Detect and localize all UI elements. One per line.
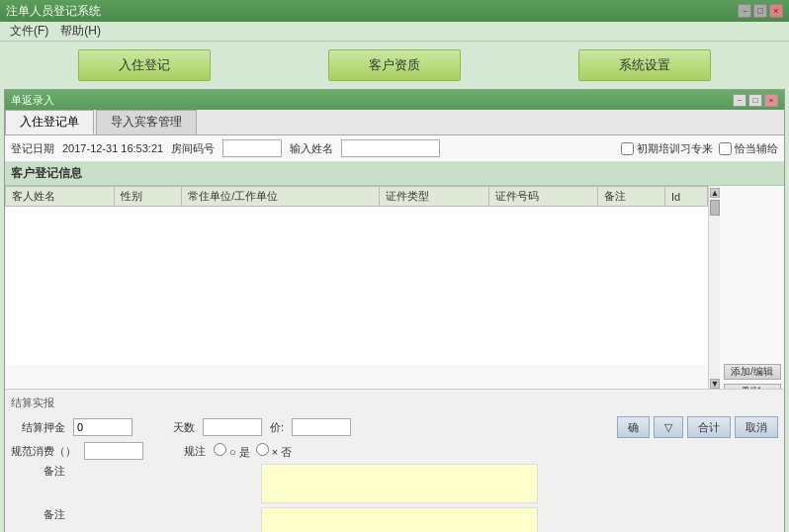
form-row-discount: 规范消费（） 规注 ○ 是 × 否 <box>11 442 778 460</box>
table-container: 客人姓名 性别 常住单位/工作单位 证件类型 证件号码 备注 Id <box>5 186 708 389</box>
menu-file[interactable]: 文件(F) <box>4 23 54 40</box>
confirm-button[interactable]: 确 <box>617 416 650 438</box>
col-idno: 证件号码 <box>488 187 597 207</box>
content-area: 登记日期 2017-12-31 16:53:21 房间码号 输入姓名 初期培训习… <box>5 135 784 532</box>
title-bar-buttons: － □ × <box>738 4 783 18</box>
tab-bar: 入住登记单 导入宾客管理 <box>5 110 784 135</box>
sub-title-bar: 单返录入 － □ × <box>5 90 784 110</box>
add-edit-button[interactable]: 添加/编辑 <box>724 364 781 380</box>
sub-minimize[interactable]: － <box>733 94 746 107</box>
note-input[interactable] <box>261 464 538 503</box>
title-bar: 注单人员登记系统 － □ × <box>0 0 789 22</box>
discount-input[interactable] <box>84 442 143 460</box>
tab-import-guest[interactable]: 导入宾客管理 <box>96 110 197 134</box>
cancel-button[interactable]: 取消 <box>735 416 778 438</box>
right-buttons: 添加/编辑 删除 <box>720 186 784 389</box>
info-row: 登记日期 2017-12-31 16:53:21 房间码号 输入姓名 初期培训习… <box>5 135 784 162</box>
date-value: 2017-12-31 16:53:21 <box>62 142 163 154</box>
code-label: 房间码号 <box>171 141 215 156</box>
checkbox2[interactable] <box>719 142 732 155</box>
tab-checkin-record[interactable]: 入住登记单 <box>5 110 94 134</box>
nav-settings[interactable]: 系统设置 <box>578 49 711 81</box>
sub-window-title: 单返录入 <box>11 93 733 108</box>
remark2-input[interactable] <box>261 507 538 532</box>
name-input[interactable] <box>341 139 440 157</box>
bottom-buttons: 确 ▽ 合计 取消 <box>617 416 778 438</box>
radio-no[interactable] <box>256 443 269 456</box>
code-input[interactable] <box>222 139 282 157</box>
discount-label: 规范消费（） <box>11 444 76 459</box>
days-label: 天数 <box>140 420 195 435</box>
radio-yes-label[interactable]: ○ 是 <box>214 443 250 460</box>
col-id: Id <box>664 187 707 207</box>
sub-title-buttons: － □ × <box>733 94 778 107</box>
table-wrapper: 客人姓名 性别 常住单位/工作单位 证件类型 证件号码 备注 Id <box>5 186 784 389</box>
total-button[interactable]: 合计 <box>687 416 731 438</box>
col-gender: 性别 <box>115 187 182 207</box>
app-title: 注单人员登记系统 <box>6 3 738 20</box>
menu-help[interactable]: 帮助(H) <box>54 23 107 40</box>
radio-group: ○ 是 × 否 <box>214 443 292 460</box>
remark2-label: 备注 <box>11 507 65 522</box>
top-nav: 入住登记 客户资质 系统设置 <box>0 42 789 89</box>
price-label: 价: <box>270 420 284 435</box>
form-row-note: 备注 <box>11 464 778 503</box>
sub-close[interactable]: × <box>764 94 778 107</box>
remark-label: 规注 <box>151 444 206 459</box>
note-label: 备注 <box>11 464 65 479</box>
checkbox1[interactable] <box>621 142 634 155</box>
data-table: 客人姓名 性别 常住单位/工作单位 证件类型 证件号码 备注 Id <box>5 186 708 365</box>
col-name: 客人姓名 <box>6 187 115 207</box>
deposit-label: 结算押金 <box>11 420 65 435</box>
maximize-button[interactable]: □ <box>753 4 767 18</box>
menu-bar: 文件(F) 帮助(H) <box>0 22 789 42</box>
sub-window: 单返录入 － □ × 入住登记单 导入宾客管理 登记日期 2017-12-31 … <box>4 89 785 532</box>
col-company: 常住单位/工作单位 <box>182 187 380 207</box>
checkbox2-label[interactable]: 恰当辅给 <box>719 141 778 156</box>
radio-yes[interactable] <box>214 443 226 456</box>
minimize-button[interactable]: － <box>738 4 751 18</box>
bottom-area: 结算实报 结算押金 天数 价: 确 ▽ 合计 取消 <box>5 389 784 532</box>
days-input[interactable] <box>203 418 262 436</box>
form-row-remark: 备注 <box>11 507 778 532</box>
save-button[interactable]: ▽ <box>654 416 683 438</box>
section1-header: 客户登记信息 <box>5 162 784 186</box>
scroll-thumb <box>710 200 720 216</box>
scroll-down[interactable]: ▼ <box>710 379 720 389</box>
bottom-form: 结算押金 天数 价: 确 ▽ 合计 取消 规范消费（） <box>11 416 778 532</box>
close-button[interactable]: × <box>769 4 783 18</box>
col-remark: 备注 <box>598 187 665 207</box>
checkbox1-label[interactable]: 初期培训习专来 <box>621 141 713 156</box>
sub-maximize[interactable]: □ <box>748 94 762 107</box>
nav-checkin[interactable]: 入住登记 <box>78 49 211 81</box>
date-label: 登记日期 <box>11 141 54 156</box>
deposit-input[interactable] <box>73 418 132 436</box>
right-options: 初期培训习专来 恰当辅给 <box>621 141 778 156</box>
col-idtype: 证件类型 <box>380 187 488 207</box>
bottom-section-header: 结算实报 <box>11 396 778 410</box>
form-row-deposit: 结算押金 天数 价: 确 ▽ 合计 取消 <box>11 416 778 438</box>
price-input[interactable] <box>292 418 351 436</box>
scroll-up[interactable]: ▲ <box>710 188 720 198</box>
nav-customer[interactable]: 客户资质 <box>328 49 461 81</box>
table-body <box>6 207 708 365</box>
name-label: 输入姓名 <box>290 141 333 156</box>
radio-no-label[interactable]: × 否 <box>256 443 293 460</box>
